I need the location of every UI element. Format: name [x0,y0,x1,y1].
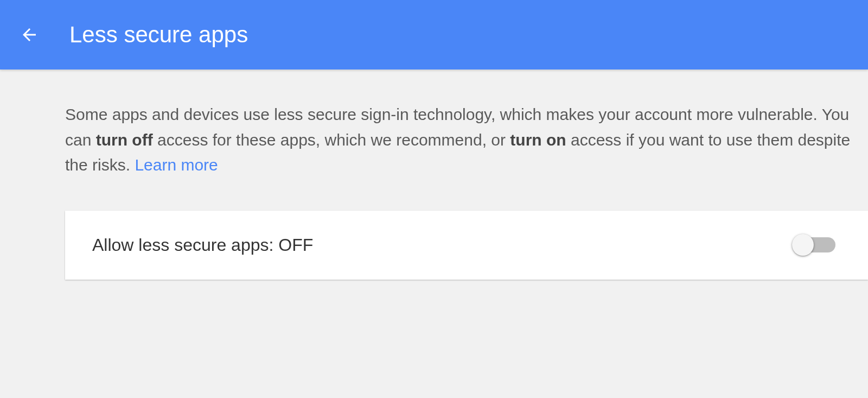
learn-more-link[interactable]: Learn more [135,156,218,174]
toggle-knob [792,234,814,256]
description-part2: access for these apps, which we recommen… [153,131,510,149]
settings-card: Allow less secure apps: OFF [65,211,868,280]
page-title: Less secure apps [69,22,248,48]
arrow-left-icon [20,25,39,45]
toggle-label: Allow less secure apps: OFF [92,235,313,255]
description-bold1: turn off [96,131,153,149]
content: Some apps and devices use less secure si… [0,70,868,280]
description-bold2: turn on [510,131,566,149]
back-button[interactable] [16,22,42,48]
header: Less secure apps [0,0,868,70]
description-text: Some apps and devices use less secure si… [65,102,868,178]
allow-less-secure-apps-toggle[interactable] [794,237,835,252]
